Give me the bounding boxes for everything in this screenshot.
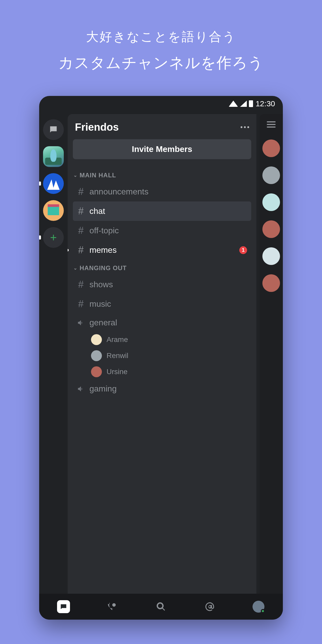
member-avatar[interactable] — [262, 139, 280, 157]
server-item-2[interactable] — [43, 173, 64, 194]
promo-line1: 大好きなことを語り合う — [0, 29, 322, 45]
member-name: Arame — [107, 335, 128, 344]
channel-chat[interactable]: # chat — [73, 201, 251, 221]
chevron-down-icon: ⌄ — [73, 172, 78, 178]
hash-icon: # — [77, 225, 85, 236]
status-icons — [229, 100, 253, 107]
channel-name: memes — [89, 245, 117, 255]
channel-name: gaming — [89, 384, 117, 394]
channel-memes[interactable]: # memes 1 — [73, 240, 251, 260]
channel-name: shows — [89, 280, 113, 289]
discord-icon — [57, 600, 70, 613]
member-avatar[interactable] — [262, 166, 280, 184]
channel-name: chat — [89, 206, 105, 216]
category-header[interactable]: ⌄ HANGING OUT — [73, 260, 251, 275]
clock: 12:30 — [256, 99, 275, 108]
nav-home[interactable] — [57, 600, 70, 613]
chat-bubble-icon — [48, 125, 58, 135]
online-status-icon — [261, 609, 265, 613]
at-icon — [205, 601, 215, 612]
voice-channel-general[interactable]: general — [73, 314, 251, 332]
avatar — [91, 334, 102, 345]
server-unread-indicator — [39, 181, 41, 186]
status-bar: 12:30 — [39, 96, 283, 111]
category-header[interactable]: ⌄ MAIN HALL — [73, 167, 251, 182]
server-item-1[interactable] — [43, 146, 64, 167]
avatar — [91, 350, 102, 361]
member-avatar[interactable] — [262, 193, 280, 211]
signal-icon — [240, 101, 247, 107]
hash-icon: # — [77, 298, 85, 310]
bottom-nav — [39, 594, 283, 620]
speaker-icon — [77, 319, 85, 327]
server-name: Friendos — [75, 121, 119, 133]
channel-off-topic[interactable]: # off-topic — [73, 221, 251, 240]
search-icon — [156, 601, 166, 612]
category-name: HANGING OUT — [80, 264, 127, 272]
server-header[interactable]: Friendos — [73, 121, 251, 139]
invite-members-button[interactable]: Invite Members — [73, 139, 251, 159]
dm-button[interactable] — [43, 119, 64, 140]
channel-name: general — [89, 318, 117, 327]
unread-indicator — [68, 249, 69, 251]
hash-icon: # — [77, 206, 85, 217]
phone-frame: 12:30 + Friendos Invit — [39, 96, 283, 620]
chevron-down-icon: ⌄ — [73, 265, 78, 271]
member-avatar[interactable] — [262, 274, 280, 292]
hash-icon: # — [77, 279, 85, 290]
member-list-toggle[interactable] — [267, 121, 276, 128]
hash-icon: # — [77, 244, 85, 256]
wifi-icon — [229, 101, 238, 107]
add-server-button[interactable]: + — [43, 227, 64, 248]
server-unread-indicator — [39, 235, 41, 240]
hash-icon: # — [77, 186, 85, 197]
member-avatar[interactable] — [262, 247, 280, 265]
member-name: Renwil — [107, 352, 128, 360]
nav-friends[interactable] — [106, 600, 119, 613]
voice-member[interactable]: Arame — [73, 332, 251, 348]
server-item-3[interactable] — [43, 200, 64, 221]
profile-avatar — [253, 601, 264, 613]
server-rail: + — [39, 114, 68, 594]
channel-name: music — [89, 299, 111, 309]
more-icon[interactable] — [241, 126, 249, 128]
member-avatar[interactable] — [262, 220, 280, 238]
battery-icon — [249, 100, 253, 107]
friends-icon — [107, 601, 117, 612]
channel-name: off-topic — [89, 226, 119, 235]
channel-shows[interactable]: # shows — [73, 275, 251, 294]
member-strip — [260, 114, 283, 594]
nav-mentions[interactable] — [203, 600, 216, 613]
channel-music[interactable]: # music — [73, 294, 251, 314]
channel-name: announcements — [89, 187, 149, 197]
nav-profile[interactable] — [252, 600, 265, 613]
speaker-icon — [77, 385, 85, 393]
voice-member[interactable]: Ursine — [73, 364, 251, 380]
promo-text: 大好きなことを語り合う カスタムチャンネルを作ろう — [0, 0, 322, 73]
voice-member[interactable]: Renwil — [73, 348, 251, 364]
member-name: Ursine — [107, 368, 128, 376]
channel-announcements[interactable]: # announcements — [73, 182, 251, 201]
app-body: + Friendos Invite Members ⌄ MAIN HALL # … — [39, 111, 283, 594]
avatar — [91, 366, 102, 377]
plus-icon: + — [50, 231, 57, 244]
channel-panel: Friendos Invite Members ⌄ MAIN HALL # an… — [68, 114, 256, 594]
nav-search[interactable] — [155, 600, 167, 613]
mention-badge: 1 — [239, 246, 247, 254]
promo-line2: カスタムチャンネルを作ろう — [0, 53, 322, 73]
voice-channel-gaming[interactable]: gaming — [73, 380, 251, 398]
category-name: MAIN HALL — [80, 172, 116, 179]
